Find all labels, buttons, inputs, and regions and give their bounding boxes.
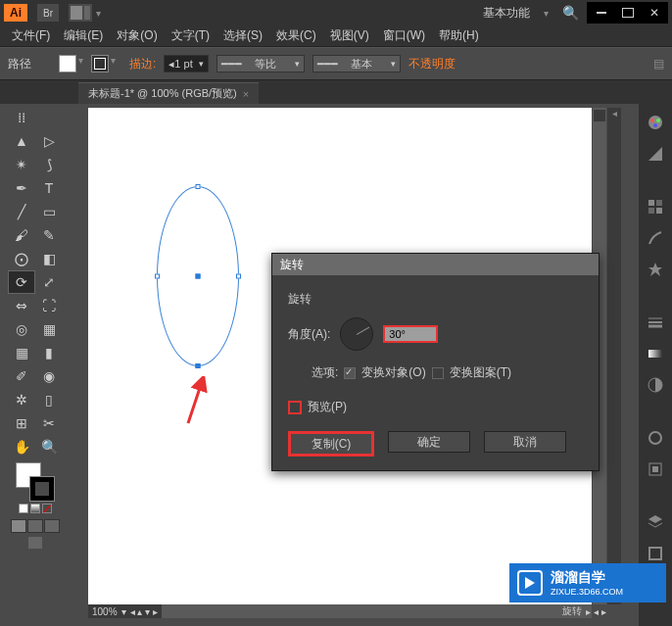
ok-button[interactable]: 确定	[388, 431, 470, 453]
workspace-switcher[interactable]: 基本功能	[477, 4, 536, 23]
anchor-left[interactable]	[155, 274, 160, 279]
anchor-top[interactable]	[196, 184, 201, 189]
copy-button[interactable]: 复制(C)	[288, 431, 374, 457]
paintbrush-tool[interactable]: 🖌	[8, 223, 35, 247]
maximize-button[interactable]	[615, 3, 641, 23]
angle-wheel[interactable]	[340, 317, 373, 351]
hand-tool[interactable]: ✋	[8, 435, 35, 458]
scroll-thumb[interactable]	[594, 110, 605, 121]
brushes-icon[interactable]	[645, 227, 666, 249]
pencil-tool[interactable]: ✎	[35, 223, 63, 247]
color-mode[interactable]	[19, 504, 28, 513]
blend-tool[interactable]: ◉	[35, 364, 63, 388]
mesh-tool[interactable]: ▦	[8, 341, 35, 364]
shape-builder-tool[interactable]: ◎	[8, 317, 35, 341]
type-tool[interactable]: T	[35, 176, 63, 200]
eraser-tool[interactable]: ◧	[35, 247, 63, 270]
layers-icon[interactable]	[645, 511, 666, 533]
stroke-weight-input[interactable]: ◂1 pt▾	[164, 55, 208, 72]
center-point[interactable]	[196, 274, 201, 279]
angle-input[interactable]: 30°	[383, 325, 438, 343]
gradient-panel-icon[interactable]	[645, 343, 666, 364]
transform-objects-checkbox[interactable]	[344, 367, 356, 379]
zoom-value[interactable]: 100%	[92, 606, 118, 617]
swatches-icon[interactable]	[645, 196, 666, 217]
zoom-tool[interactable]: 🔍	[35, 435, 63, 458]
appearance-icon[interactable]	[645, 427, 666, 449]
menu-effect[interactable]: 效果(C)	[270, 25, 322, 46]
bridge-icon[interactable]: Br	[37, 4, 59, 22]
minimize-button[interactable]	[589, 3, 614, 23]
menu-view[interactable]: 视图(V)	[324, 25, 375, 46]
stroke-box[interactable]	[29, 476, 55, 502]
ellipse-shape[interactable]	[157, 186, 239, 366]
artboard-tool[interactable]: ⊞	[8, 411, 35, 435]
document-tab[interactable]: 未标题-1* @ 100% (RGB/预览) ×	[78, 82, 259, 104]
anchor-right[interactable]	[236, 274, 241, 279]
menu-object[interactable]: 对象(O)	[111, 25, 163, 46]
eyedropper-tool[interactable]: ✐	[8, 364, 35, 388]
close-button[interactable]	[642, 3, 667, 23]
blob-brush-tool[interactable]: ⨀	[8, 247, 35, 270]
transform-patterns-checkbox[interactable]	[432, 367, 444, 379]
fill-swatch[interactable]	[59, 55, 76, 72]
perspective-tool[interactable]: ▦	[35, 317, 63, 341]
width-profile-dropdown[interactable]: ━━━等比▾	[216, 55, 305, 72]
rotate-tool[interactable]: ⟳	[8, 270, 35, 294]
arrange-documents-icon[interactable]	[69, 4, 92, 22]
gradient-tool[interactable]: ▮	[35, 341, 63, 364]
selection-tool[interactable]: ▲	[8, 129, 35, 153]
slice-tool[interactable]: ✂	[35, 411, 63, 435]
draw-normal[interactable]	[11, 519, 26, 533]
draw-inside[interactable]	[44, 519, 60, 533]
menu-edit[interactable]: 编辑(E)	[58, 25, 109, 46]
stroke-panel-icon[interactable]	[645, 312, 666, 333]
graphic-styles-icon[interactable]	[645, 458, 666, 480]
transparency-icon[interactable]	[645, 374, 666, 396]
magic-wand-tool[interactable]: ✴	[8, 153, 35, 176]
menu-type[interactable]: 文字(T)	[166, 25, 216, 46]
chevron-down-icon[interactable]: ▾	[111, 55, 116, 72]
symbols-icon[interactable]	[645, 259, 666, 280]
menu-window[interactable]: 窗口(W)	[377, 25, 431, 46]
color-guide-icon[interactable]	[645, 143, 666, 165]
chevron-down-icon[interactable]: ▾	[78, 55, 83, 72]
rectangle-tool[interactable]: ▭	[35, 200, 63, 223]
width-tool[interactable]: ⇔	[8, 294, 35, 317]
line-tool[interactable]: ╱	[8, 200, 35, 223]
preview-checkbox[interactable]	[288, 401, 302, 414]
toolbox-grip[interactable]: ⁞⁞	[8, 106, 35, 129]
pen-tool[interactable]: ✒	[8, 176, 35, 200]
none-mode[interactable]	[42, 504, 52, 513]
stroke-swatch[interactable]	[91, 55, 109, 72]
fill-stroke-indicator[interactable]	[16, 462, 55, 502]
menu-file[interactable]: 文件(F)	[6, 25, 56, 46]
chevron-down-icon[interactable]: ▾	[544, 8, 549, 19]
symbol-sprayer-tool[interactable]: ✲	[8, 388, 35, 411]
free-transform-tool[interactable]: ⛶	[35, 294, 63, 317]
anchor-bottom[interactable]	[196, 363, 201, 368]
column-graph-tool[interactable]: ▯	[35, 388, 63, 411]
cancel-button[interactable]: 取消	[484, 431, 566, 453]
stroke-label[interactable]: 描边:	[129, 56, 156, 72]
direct-selection-tool[interactable]: ▷	[35, 129, 63, 153]
lasso-tool[interactable]: ⟆	[35, 153, 63, 176]
gradient-mode[interactable]	[30, 504, 40, 513]
draw-behind[interactable]	[27, 519, 43, 533]
dialog-title-bar[interactable]: 旋转	[272, 254, 599, 275]
color-panel-icon[interactable]	[645, 112, 666, 133]
chevron-down-icon[interactable]: ▾	[96, 8, 101, 19]
artboards-icon[interactable]	[645, 543, 666, 564]
close-icon[interactable]: ×	[243, 88, 249, 100]
search-icon[interactable]: 🔍	[562, 5, 579, 21]
expand-icon[interactable]: ◂	[607, 108, 621, 123]
brush-dropdown[interactable]: ━━━基本▾	[312, 55, 401, 72]
panel-menu-icon[interactable]: ▤	[653, 57, 664, 71]
horizontal-scrollbar[interactable]	[88, 604, 592, 618]
screen-mode[interactable]	[28, 537, 42, 549]
opacity-label[interactable]: 不透明度	[408, 56, 456, 72]
menu-select[interactable]: 选择(S)	[217, 25, 268, 46]
scale-tool[interactable]: ⤢	[35, 270, 63, 294]
menu-help[interactable]: 帮助(H)	[433, 25, 485, 46]
panel-collapse-strip[interactable]: ◂	[607, 108, 621, 604]
